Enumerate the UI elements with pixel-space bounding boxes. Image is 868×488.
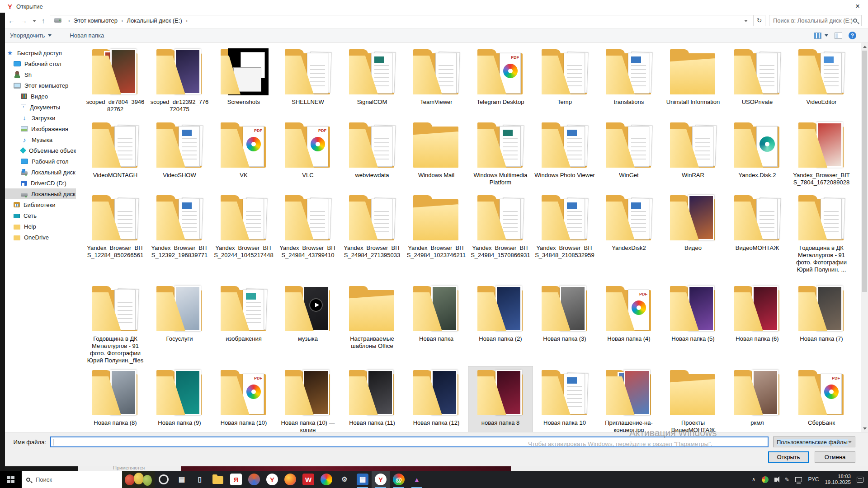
sidebar-item[interactable]: Локальный диск — [0, 167, 76, 178]
preview-pane-icon[interactable] — [835, 33, 842, 39]
pen-icon[interactable]: ✎ — [785, 476, 790, 483]
folder-tile[interactable]: Новая папка 10 — [533, 366, 597, 432]
folder-tile[interactable]: Годовщина в ДК Металлургов - 91 фото. Фо… — [789, 192, 854, 282]
firefox-icon[interactable] — [281, 471, 299, 488]
breadcrumb[interactable]: › Этот компьютер › Локальный диск (E:) › — [50, 15, 754, 26]
folder-tile[interactable]: PDFVK — [212, 119, 276, 192]
folder-tile[interactable]: TeamViewer — [404, 46, 468, 119]
folder-tile[interactable]: Настраиваемые шаблоны Office — [340, 282, 404, 366]
sidebar-item[interactable]: Этот компьютер — [0, 80, 76, 91]
folder-tile[interactable]: Проекты ВидеоМОНТАЖ — [661, 366, 725, 432]
sidebar-item[interactable]: Библиотеки — [0, 199, 76, 210]
folder-tile[interactable]: Yandex_Browser_BITS_34848_2108532959 — [533, 192, 597, 282]
opera-icon[interactable] — [155, 471, 173, 488]
folder-tile[interactable]: Новая папка (11) — [340, 366, 404, 432]
filetype-select[interactable]: Пользовательские файлы — [773, 436, 855, 447]
volume-icon[interactable] — [774, 478, 777, 482]
folder-tile[interactable]: Новая папка (8) — [83, 366, 147, 432]
folder-tile[interactable]: Yandex_Browser_BITS_12392_196839771 — [147, 192, 212, 282]
clock[interactable]: 18:03 19.10.2025 — [825, 474, 851, 485]
scrollbar-thumb[interactable] — [862, 51, 867, 292]
folder-tile[interactable]: Новая папка (3) — [533, 282, 597, 366]
breadcrumb-this-pc[interactable]: Этот компьютер — [74, 17, 118, 24]
folder-tile[interactable]: новая папка 8 — [468, 366, 533, 432]
search-icon[interactable] — [853, 19, 857, 23]
folder-tile[interactable]: Новая папка (5) — [661, 282, 725, 366]
yandex-browser-active-icon[interactable]: Y — [372, 471, 390, 488]
folder-tile[interactable]: изображения — [212, 282, 276, 366]
folder-tile[interactable]: YandexDisk2 — [597, 192, 661, 282]
scroll-up-icon[interactable] — [861, 43, 868, 50]
sidebar-item[interactable]: Видео — [0, 91, 76, 102]
mail-browser-icon[interactable]: @ — [390, 471, 408, 488]
folder-tile[interactable]: scoped_dir12392_776720475 — [147, 46, 212, 119]
folder-tile[interactable]: музыка — [276, 282, 340, 366]
folder-tile[interactable]: VideoEditor — [789, 46, 854, 119]
sidebar-item[interactable]: Локальный диск — [0, 188, 76, 199]
folder-tile[interactable]: Госуслуги — [147, 282, 212, 366]
folder-tile[interactable]: SignalCOM — [340, 46, 404, 119]
fruit-thumbnail[interactable] — [122, 471, 155, 488]
file-explorer-icon[interactable] — [209, 471, 227, 488]
word-doc-icon[interactable]: ▤ — [354, 471, 372, 488]
folder-tile[interactable]: Новая папка (9) — [147, 366, 212, 432]
folder-tile[interactable]: PDFСберБанк — [789, 366, 854, 432]
notifications-icon[interactable] — [857, 477, 863, 483]
folder-tile[interactable]: Видео — [661, 192, 725, 282]
tabs-icon[interactable]: ▤ — [173, 471, 191, 488]
up-button[interactable]: ↑ — [42, 17, 45, 24]
folder-tile[interactable]: WinRAR — [661, 119, 725, 192]
sidebar-item[interactable]: Загрузки — [0, 113, 76, 123]
folder-tile[interactable]: Годовщина в ДК Металлургов - 91 фото. Фо… — [83, 282, 147, 366]
sidebar-item[interactable]: Sh — [0, 69, 76, 80]
folder-tile[interactable]: PDFVLC — [276, 119, 340, 192]
yandex-browser-icon[interactable]: Y — [263, 471, 281, 488]
folder-tile[interactable]: PDFНовая папка (10) — [212, 366, 276, 432]
network-icon[interactable] — [795, 477, 802, 482]
organize-button[interactable]: Упорядочить — [10, 32, 52, 39]
folder-tile[interactable]: ркмл — [725, 366, 789, 432]
folder-tile[interactable]: Новая папка (10) — копия — [276, 366, 340, 432]
folder-tile[interactable]: SHELLNEW — [276, 46, 340, 119]
folder-tile[interactable]: Новая папка (6) — [725, 282, 789, 366]
folder-tile[interactable]: VideoMONTAGH — [83, 119, 147, 192]
tray-expand-icon[interactable]: ∧ — [752, 476, 756, 483]
sidebar-item[interactable]: DriverCD (D:) — [0, 178, 76, 188]
antivirus-icon[interactable] — [762, 476, 769, 483]
folder-tile[interactable]: Yandex_Browser_BITS_12284_850266561 — [83, 192, 147, 282]
browser-circle-icon[interactable] — [245, 471, 263, 488]
sidebar-item[interactable]: Объемные объек — [0, 145, 76, 156]
folder-tile[interactable]: Yandex_Browser_BITS_24984_1570866931 — [468, 192, 533, 282]
language-indicator[interactable]: РУС — [808, 476, 819, 483]
settings-gear-icon[interactable]: ⚙ — [335, 471, 354, 488]
taskbar-search-input[interactable]: Поиск — [22, 471, 122, 488]
folder-tile[interactable]: translations — [597, 46, 661, 119]
history-dropdown-icon[interactable] — [33, 20, 36, 22]
sidebar-item[interactable]: Музыка — [0, 134, 76, 145]
folder-tile[interactable]: Windows Multimedia Platform — [468, 119, 533, 192]
folder-tile[interactable]: Screenshots — [212, 46, 276, 119]
gallery-icon[interactable]: ▲ — [408, 471, 426, 488]
folder-tile[interactable]: Приглашение-на-концерт.jpg — [597, 366, 661, 432]
yandex-search-icon[interactable]: Я — [227, 471, 245, 488]
folder-tile[interactable]: USOPrivate — [725, 46, 789, 119]
address-dropdown-icon[interactable] — [744, 20, 748, 22]
back-button[interactable]: ← — [8, 17, 15, 24]
sidebar-item[interactable]: Рабочий стол — [0, 58, 76, 69]
folder-tile[interactable]: Новая папка — [404, 282, 468, 366]
folder-tile[interactable]: Yandex_Browser_BITS_24984_1023746211 — [404, 192, 468, 282]
sidebar-item[interactable]: Быстрый доступ — [0, 47, 76, 58]
folder-tile[interactable]: scoped_dir7804_394682762 — [83, 46, 147, 119]
folder-tile[interactable]: Yandex_Browser_BITS_24984_43799410 — [276, 192, 340, 282]
scroll-down-icon[interactable] — [861, 425, 868, 432]
folder-tile[interactable]: Yandex_Browser_BITS_24984_271395033 — [340, 192, 404, 282]
folder-tile[interactable]: Yandex_Browser_BITS_7804_1672089028 — [789, 119, 854, 192]
new-folder-button[interactable]: Новая папка — [70, 32, 104, 39]
breadcrumb-local-disk-e[interactable]: Локальный диск (E:) — [127, 17, 182, 24]
writer-icon[interactable]: W — [299, 471, 317, 488]
folder-tile[interactable]: VideoSHOW — [147, 119, 212, 192]
start-button[interactable] — [0, 471, 22, 488]
sidebar-item[interactable]: Изображения — [0, 123, 76, 134]
vertical-scrollbar[interactable] — [861, 43, 868, 432]
folder-tile[interactable]: ВидеоМОНТАЖ — [725, 192, 789, 282]
